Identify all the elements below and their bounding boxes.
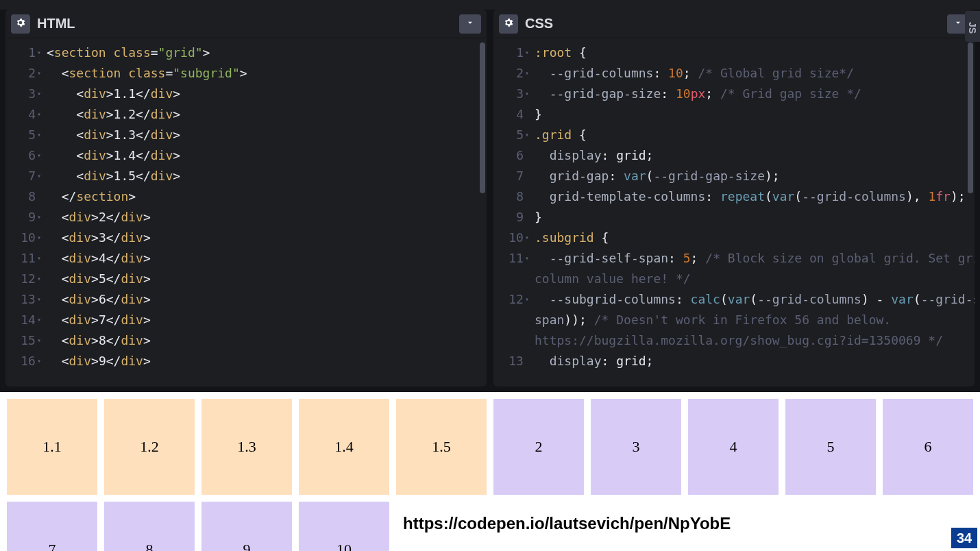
preview-cell: 7 (7, 502, 97, 551)
preview-cell: 10 (299, 502, 389, 551)
html-collapse-button[interactable] (459, 14, 481, 34)
css-code-content[interactable]: :root { --grid-columns: 10; /* Global gr… (532, 38, 975, 387)
preview-cell: 5 (785, 399, 876, 495)
html-gutter: 1▾2▾3▾4▾5▾6▾7▾8 9▾10▾11▾12▾13▾14▾15▾16▾ (5, 38, 44, 387)
preview-cell: 2 (493, 399, 584, 495)
css-code-area[interactable]: 1▾2▾3▾4 5▾6 7 8 9 10▾11▾ 12▾ 13 :root { … (493, 38, 975, 387)
preview-cell: 4 (688, 399, 779, 495)
preview-cell: 1.1 (7, 399, 97, 495)
slide-number-badge: 34 (951, 528, 977, 548)
css-scrollbar[interactable] (968, 42, 973, 193)
html-settings-button[interactable] (11, 14, 30, 34)
preview-cell: 8 (104, 502, 195, 551)
preview-cell: 1.3 (201, 399, 292, 495)
css-editor-panel: CSS 1▾2▾3▾4 5▾6 7 8 9 10▾11▾ 12▾ 13 :roo… (493, 10, 975, 387)
css-gutter: 1▾2▾3▾4 5▾6 7 8 9 10▾11▾ 12▾ 13 (493, 38, 532, 387)
html-editor-panel: HTML 1▾2▾3▾4▾5▾6▾7▾8 9▾10▾11▾12▾13▾14▾15… (5, 10, 487, 387)
url-overlay: https://codepen.io/lautsevich/pen/NpYobE (399, 513, 735, 535)
chevron-down-icon (953, 17, 963, 30)
gear-icon (15, 17, 26, 31)
html-code-area[interactable]: 1▾2▾3▾4▾5▾6▾7▾8 9▾10▾11▾12▾13▾14▾15▾16▾ … (5, 38, 487, 387)
css-editor-title: CSS (525, 16, 553, 32)
html-code-content[interactable]: <section class="grid"> <section class="s… (44, 38, 487, 387)
js-editor-tab[interactable]: JS (965, 11, 980, 42)
js-tab-label: JS (967, 22, 978, 34)
css-settings-button[interactable] (499, 14, 518, 34)
window-top-bar (0, 0, 980, 10)
preview-cell: 3 (591, 399, 681, 495)
css-editor-header: CSS (493, 10, 975, 38)
editor-row: HTML 1▾2▾3▾4▾5▾6▾7▾8 9▾10▾11▾12▾13▾14▾15… (0, 10, 980, 392)
preview-cell: 1.5 (396, 399, 487, 495)
preview-cell: 1.4 (299, 399, 389, 495)
preview-cell: 9 (201, 502, 292, 551)
html-editor-header: HTML (5, 10, 487, 38)
preview-cell: 1.2 (104, 399, 195, 495)
preview-cell: 6 (883, 399, 973, 495)
gear-icon (503, 17, 514, 31)
chevron-down-icon (465, 17, 475, 30)
html-editor-title: HTML (37, 16, 75, 32)
html-scrollbar[interactable] (480, 42, 485, 193)
